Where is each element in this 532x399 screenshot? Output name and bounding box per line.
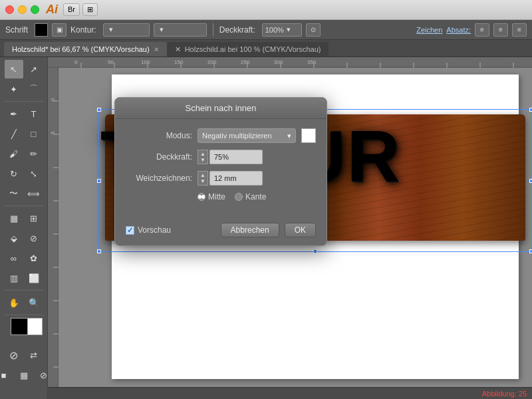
ruler-left: 0 5 [48,68,59,399]
warp-tool[interactable]: 〜 [5,184,23,203]
handle-ml [97,179,101,183]
width-tool[interactable]: ⟺ [25,184,43,203]
pen-tool[interactable]: ✒ [5,104,23,123]
align-left-icon[interactable]: ≡ [475,23,489,37]
weichzeichnen-input[interactable]: 12 mm [209,171,263,186]
minimize-button[interactable] [18,5,27,14]
wz-spin-down[interactable]: ▼ [200,178,205,184]
tab-2-close-icon: ✕ [175,45,181,54]
wz-spin-up[interactable]: ▲ [200,172,205,178]
stroke-type-dropdown[interactable]: ▾ [154,23,207,37]
spin-down-icon[interactable]: ▼ [200,157,205,163]
handle-bl [97,249,101,253]
opacity-dropdown[interactable]: 100%▾ [262,23,302,37]
ok-button[interactable]: OK [285,223,316,237]
tools-panel: ↖ ↗ ✦ ⌒ ✒ T ╱ □ 🖌 ✏ ↻ ⤡ 〜 ⟺ ▦ [0,57,48,399]
column-graph-tool[interactable]: ▥ [5,269,23,287]
color-swatch[interactable] [35,23,48,37]
tool-row-4: ╱ □ [5,124,43,143]
blend-tool[interactable]: ∞ [5,249,23,267]
tab-1[interactable]: Holzschild* bei 66,67 % (CMYK/Vorschau) … [4,42,167,57]
tool-row-3: ✒ T [5,104,43,123]
br-button[interactable]: Br [63,3,80,16]
color-swatches [11,318,37,342]
tab-2[interactable]: ✕ Holzschild.ai bei 100 % (CMYK/Vorschau… [167,42,329,57]
grid-button[interactable]: ⊞ [82,3,98,16]
tool-row-10: ∞ ✿ [5,249,43,267]
tab-2-label: Holzschild.ai bei 100 % (CMYK/Vorschau) [185,45,321,53]
direct-select-tool[interactable]: ↗ [25,60,43,78]
align-center-icon[interactable]: ≡ [493,23,508,37]
svg-text:150: 150 [174,59,184,65]
absatz-link[interactable]: Absatz: [446,26,471,34]
mesh-tool[interactable]: ⊞ [25,209,43,227]
tool-row-5: 🖌 ✏ [5,144,43,163]
stroke-icon[interactable]: ▣ [52,23,66,37]
maximize-button[interactable] [31,5,39,14]
line-tool[interactable]: ╱ [5,124,23,143]
tool-row-7: 〜 ⟺ [5,184,43,203]
deckkraft-label: Deckkraft: [219,25,255,35]
rect-tool[interactable]: □ [25,124,43,143]
modus-dropdown[interactable]: Negativ multiplizieren ▾ [198,128,296,143]
foreground-swatch[interactable] [11,318,28,335]
symbol-tool[interactable]: ✿ [25,249,43,267]
main-area: ↖ ↗ ✦ ⌒ ✒ T ╱ □ 🖌 ✏ ↻ ⤡ 〜 ⟺ ▦ [0,57,532,399]
radio-mitte[interactable]: Mitte [198,192,225,201]
scale-tool[interactable]: ⤡ [25,164,43,183]
weichzeichnen-spinner: ▲ ▼ 12 mm [198,171,263,186]
deckkraft-input[interactable]: 75% [209,150,263,164]
window-controls: Br ⊞ [63,3,98,16]
radio-mitte-label: Mitte [208,192,225,201]
tool-row-11: ▥ ⬜ [5,269,43,287]
gradient-tool[interactable]: ▦ [5,209,23,227]
gradient-swatch-btn[interactable]: ▦ [15,366,33,384]
opacity-icon[interactable]: ⊙ [306,23,321,37]
stroke-dropdown[interactable]: ▾ [103,23,150,37]
tool-row-2: ✦ ⌒ [5,80,43,98]
align-right-icon[interactable]: ≡ [512,23,527,37]
pencil-tool[interactable]: ✏ [25,144,43,163]
traffic-lights [5,5,39,14]
radio-mitte-circle[interactable] [198,193,205,201]
spin-up-icon[interactable]: ▲ [200,151,205,157]
weichzeichnen-label: Weichzeichnen: [126,174,192,183]
glow-color-swatch[interactable] [301,128,316,143]
tab-1-label: Holzschild* bei 66,67 % (CMYK/Vorschau) [12,45,150,53]
weichzeichnen-spin-btn[interactable]: ▲ ▼ [198,171,208,186]
artboard-tool[interactable]: ⬜ [25,269,43,287]
vorschau-checkbox[interactable]: ✓ [126,226,134,235]
tool-row-1: ↖ ↗ [5,60,43,78]
color-btn[interactable]: ■ [0,366,13,384]
paintbrush-tool[interactable]: 🖌 [5,144,23,163]
tab-1-close[interactable]: ✕ [154,46,159,53]
lasso-tool[interactable]: ⌒ [25,80,43,98]
type-tool[interactable]: T [25,104,43,123]
shape-builder-tool[interactable]: ⬙ [5,229,23,247]
fill-none-btn[interactable]: ⊘ [5,346,23,364]
cancel-button[interactable]: Abbrechen [221,223,279,237]
tool-divider-2 [4,205,44,206]
hand-tool[interactable]: ✋ [5,293,23,312]
radio-kante-circle[interactable] [235,193,243,201]
deckkraft-spinner: ▲ ▼ 75% [198,150,263,164]
swap-colors-btn[interactable]: ⇄ [25,346,43,364]
rotate-tool[interactable]: ↻ [5,164,23,183]
deckkraft-label: Deckkraft: [126,152,192,162]
close-button[interactable] [5,5,14,14]
inner-glow-dialog: Schein nach innen Modus: Negativ multipl… [114,97,327,246]
tool-row-8: ▦ ⊞ [5,209,43,227]
magic-wand-tool[interactable]: ✦ [5,80,23,98]
status-text: Abbildung: 25 [482,390,527,398]
app-icon: Ai [46,3,58,17]
deckkraft-spin-btn[interactable]: ▲ ▼ [198,150,208,164]
zeichen-link[interactable]: Zeichen [416,26,442,34]
eyedropper-tool[interactable]: ⊘ [25,229,43,247]
svg-text:50: 50 [108,59,114,65]
select-tool[interactable]: ↖ [5,60,23,78]
status-bar: Abbildung: 25 [48,387,532,399]
zoom-tool[interactable]: 🔍 [25,293,43,312]
radio-kante[interactable]: Kante [235,192,266,201]
canvas-area: 0 50 100 150 200 250 300 350 [48,57,532,399]
vorschau-label: Vorschau [138,225,171,235]
